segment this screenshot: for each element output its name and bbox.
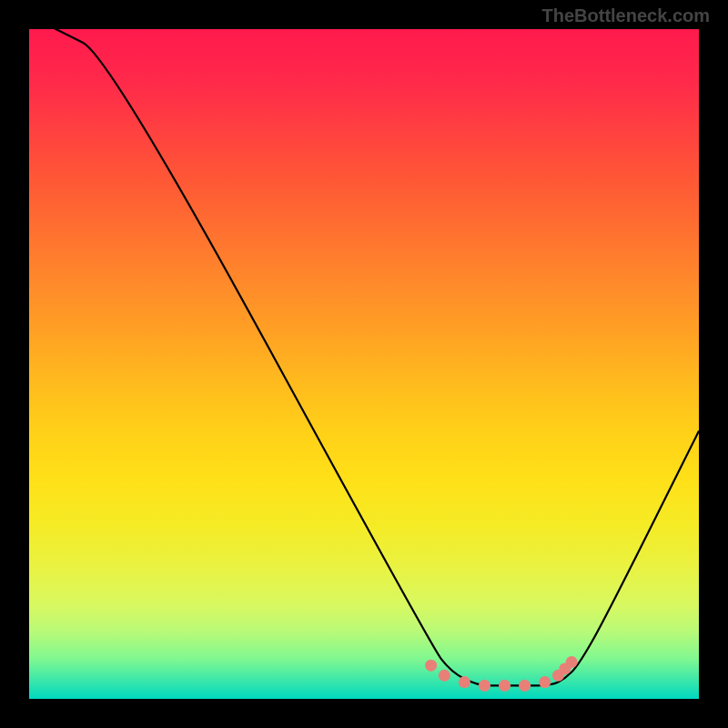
watermark-text: TheBottleneck.com [542,5,710,26]
plot-area [29,29,699,699]
marker-dot [539,676,551,688]
marker-dot [439,670,450,682]
marker-dot [459,676,470,688]
bottleneck-curve [29,29,699,685]
marker-dot [499,680,511,692]
marker-dot [479,680,490,692]
marker-dot [566,656,578,668]
chart-container: TheBottleneck.com [0,0,728,728]
trough-markers [425,656,578,692]
marker-dot [519,680,531,692]
chart-svg [29,29,699,699]
marker-dot [425,660,437,672]
